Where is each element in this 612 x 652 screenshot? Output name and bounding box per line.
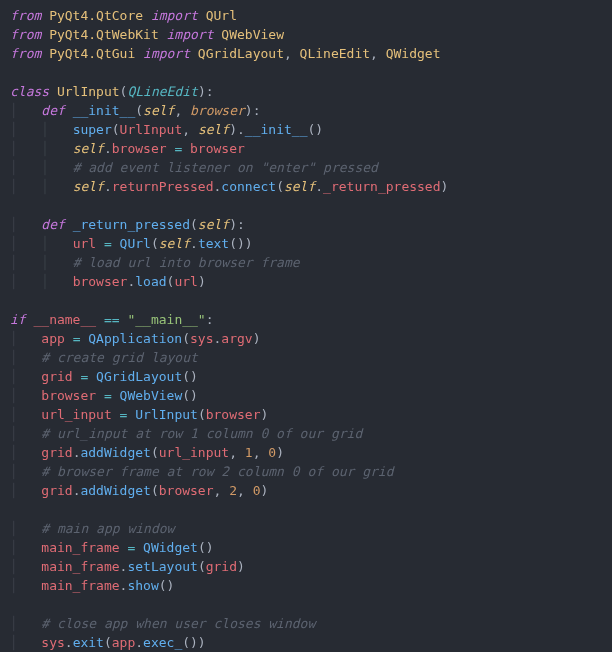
token-id: grid <box>41 369 72 384</box>
token-sp <box>65 217 73 232</box>
token-kw: from <box>10 8 41 23</box>
token-punc: : <box>206 312 214 327</box>
token-fn: show <box>127 578 158 593</box>
token-cmt: # load url into browser frame <box>73 255 300 270</box>
token-punc: ( <box>198 559 206 574</box>
token-guide: │ │ <box>10 122 73 137</box>
token-guide: │ <box>10 103 41 118</box>
token-id: browser <box>73 274 128 289</box>
token-punc: , <box>174 103 190 118</box>
token-sp <box>65 103 73 118</box>
token-guide: │ │ <box>10 274 73 289</box>
token-id: argv <box>221 331 252 346</box>
token-num: 2 <box>229 483 237 498</box>
token-id: _return_pressed <box>323 179 440 194</box>
token-punc: , <box>182 122 198 137</box>
token-guide: │ <box>10 388 41 403</box>
token-kw: def <box>41 103 64 118</box>
token-fn: QUrl <box>120 236 151 251</box>
token-sp <box>143 8 151 23</box>
token-sp <box>41 27 49 42</box>
token-id: sys <box>190 331 213 346</box>
token-guide: │ <box>10 616 41 631</box>
token-guide: │ <box>10 635 41 650</box>
token-fn: _return_pressed <box>73 217 190 232</box>
token-kw: import <box>167 27 214 42</box>
token-kw: from <box>10 27 41 42</box>
token-mod: PyQt4.QtGui <box>49 46 135 61</box>
token-id: UrlInput <box>120 122 183 137</box>
token-punc: ()) <box>182 635 205 650</box>
token-id: __name__ <box>33 312 96 327</box>
token-sp <box>159 27 167 42</box>
token-punc: . <box>65 635 73 650</box>
token-id: browser <box>206 407 261 422</box>
token-punc: . <box>104 141 112 156</box>
token-id: url_input <box>159 445 229 460</box>
token-punc: ( <box>190 217 198 232</box>
token-id: main_frame <box>41 578 119 593</box>
token-punc: () <box>159 578 175 593</box>
token-punc: ) <box>237 559 245 574</box>
token-guide: │ <box>10 369 41 384</box>
token-self: self <box>73 141 104 156</box>
token-kw: from <box>10 46 41 61</box>
token-sp <box>135 46 143 61</box>
token-punc: . <box>135 635 143 650</box>
token-punc: ( <box>104 635 112 650</box>
token-fn: __init__ <box>73 103 136 118</box>
token-id: returnPressed <box>112 179 214 194</box>
token-cmt: # url_input at row 1 column 0 of our gri… <box>41 426 362 441</box>
token-id: url <box>174 274 197 289</box>
token-punc: ): <box>245 103 261 118</box>
token-punc: () <box>182 369 198 384</box>
token-punc: , <box>237 483 253 498</box>
token-punc: ): <box>229 217 245 232</box>
token-punc: ) <box>261 407 269 422</box>
token-punc: ( <box>182 331 190 346</box>
token-sp <box>190 46 198 61</box>
token-guide: │ │ <box>10 141 73 156</box>
token-type: QGridLayout <box>198 46 284 61</box>
token-punc: ( <box>112 122 120 137</box>
token-punc: ()) <box>229 236 252 251</box>
token-op: = <box>104 236 112 251</box>
token-id: grid <box>41 483 72 498</box>
token-fn: exec_ <box>143 635 182 650</box>
token-guide: │ <box>10 217 41 232</box>
token-sp <box>96 388 104 403</box>
token-punc: ( <box>135 103 143 118</box>
token-str: "__main__" <box>127 312 205 327</box>
token-punc: ) <box>261 483 269 498</box>
token-punc: ( <box>151 445 159 460</box>
token-guide: │ │ <box>10 236 73 251</box>
token-self: self <box>143 103 174 118</box>
token-cmt: # main app window <box>41 521 174 536</box>
token-punc: , <box>253 445 269 460</box>
token-guide: │ <box>10 578 41 593</box>
token-kw: import <box>143 46 190 61</box>
token-id: main_frame <box>41 559 119 574</box>
token-punc: , <box>229 445 245 460</box>
token-punc: () <box>307 122 323 137</box>
token-type: QLineEdit <box>300 46 370 61</box>
token-fn: super <box>73 122 112 137</box>
token-punc: ): <box>198 84 214 99</box>
token-num: 0 <box>268 445 276 460</box>
token-sp <box>88 369 96 384</box>
token-guide: │ <box>10 407 41 422</box>
token-fn: load <box>135 274 166 289</box>
token-punc: ( <box>276 179 284 194</box>
token-sp <box>96 312 104 327</box>
token-kw: class <box>10 84 49 99</box>
token-fn: setLayout <box>127 559 197 574</box>
token-id: grid <box>41 445 72 460</box>
token-punc: ( <box>151 483 159 498</box>
token-fn: QWebView <box>120 388 183 403</box>
token-punc: . <box>315 179 323 194</box>
token-guide: │ <box>10 483 41 498</box>
token-fn: text <box>198 236 229 251</box>
token-num: 1 <box>245 445 253 460</box>
token-fn: connect <box>221 179 276 194</box>
token-id: main_frame <box>41 540 119 555</box>
